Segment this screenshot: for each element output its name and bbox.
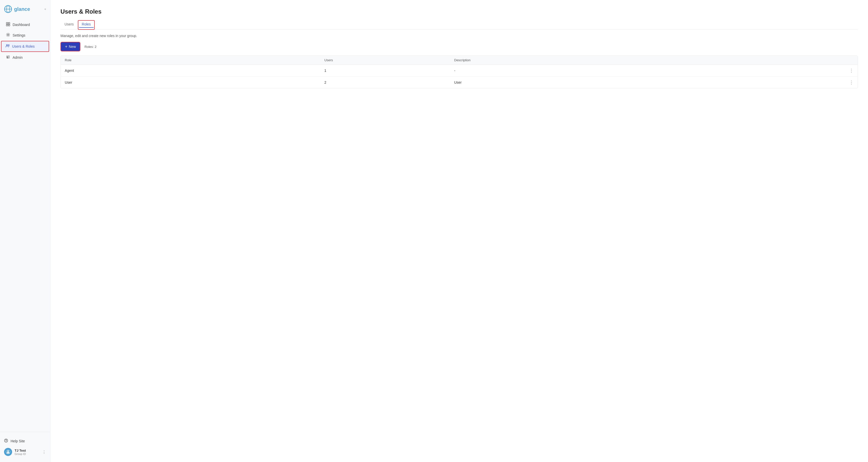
roles-count-label: Roles: 2: [84, 45, 96, 49]
role-name-user: User: [65, 81, 324, 85]
user-menu-button[interactable]: ⋮: [42, 450, 46, 455]
page-title: Users & Roles: [60, 8, 858, 15]
user-info: TJ Test Group ID: [14, 449, 39, 456]
table-row: User 2 User ⋮: [61, 76, 858, 88]
col-header-users: Users: [324, 58, 454, 62]
tab-roles[interactable]: Roles: [78, 20, 95, 30]
table-header: Role Users Description: [61, 56, 858, 65]
sidebar-item-admin[interactable]: Admin: [2, 53, 48, 62]
roles-table: Role Users Description Agent 1 - ⋮ User …: [60, 56, 858, 89]
glance-logo-icon: [4, 5, 12, 13]
sidebar-item-settings[interactable]: Settings: [2, 30, 48, 40]
col-header-role: Role: [65, 58, 324, 62]
sidebar-item-users-roles[interactable]: Users & Roles: [1, 41, 49, 52]
page-description: Manage, edit and create new roles in you…: [60, 34, 858, 38]
row-menu-button-agent[interactable]: ⋮: [843, 68, 854, 73]
svg-point-8: [6, 44, 8, 46]
main-content: Users & Roles Users Roles Manage, edit a…: [51, 0, 868, 462]
svg-rect-3: [6, 23, 8, 24]
admin-label: Admin: [12, 56, 23, 60]
collapse-button[interactable]: «: [44, 7, 46, 11]
users-roles-label: Users & Roles: [12, 44, 34, 49]
dashboard-icon: [6, 22, 10, 27]
user-group-id: Group ID: [14, 453, 39, 456]
toolbar: + New Roles: 2: [60, 42, 858, 52]
svg-rect-6: [8, 25, 10, 26]
settings-label: Settings: [12, 33, 26, 37]
user-profile-item[interactable]: TJ Test Group ID ⋮: [2, 446, 48, 458]
sidebar: glance « Dashboard Settings Users & Role…: [0, 0, 51, 462]
row-menu-button-user[interactable]: ⋮: [843, 80, 854, 85]
role-name-agent: Agent: [65, 68, 324, 72]
col-header-description: Description: [454, 58, 844, 62]
logo-area: glance «: [0, 0, 50, 17]
col-header-actions: [843, 58, 854, 62]
admin-icon: [6, 55, 10, 60]
tabs-bar: Users Roles: [60, 20, 858, 30]
sidebar-nav: Dashboard Settings Users & Roles Admin: [0, 17, 50, 432]
user-name: TJ Test: [14, 449, 39, 453]
role-users-user: 2: [324, 81, 454, 85]
help-site-item[interactable]: Help Site: [2, 436, 48, 446]
new-role-button[interactable]: + New: [60, 42, 81, 52]
svg-rect-4: [8, 23, 10, 24]
svg-point-7: [7, 34, 9, 35]
sidebar-bottom: Help Site TJ Test Group ID ⋮: [0, 432, 50, 462]
svg-rect-5: [6, 25, 8, 26]
role-description-user: User: [454, 81, 844, 85]
dashboard-label: Dashboard: [12, 23, 30, 27]
svg-point-13: [6, 441, 6, 442]
settings-icon: [6, 33, 10, 38]
plus-icon: +: [65, 44, 67, 49]
help-site-icon: [4, 438, 8, 443]
table-row: Agent 1 - ⋮: [61, 65, 858, 76]
users-roles-icon: [5, 44, 9, 49]
user-avatar: [4, 448, 12, 456]
svg-point-15: [7, 451, 9, 452]
role-users-agent: 1: [324, 68, 454, 72]
tab-users[interactable]: Users: [60, 20, 78, 30]
help-site-label: Help Site: [10, 439, 25, 443]
role-description-agent: -: [454, 68, 844, 72]
svg-point-9: [8, 44, 9, 45]
sidebar-item-dashboard[interactable]: Dashboard: [2, 20, 48, 30]
logo-text: glance: [14, 6, 30, 12]
